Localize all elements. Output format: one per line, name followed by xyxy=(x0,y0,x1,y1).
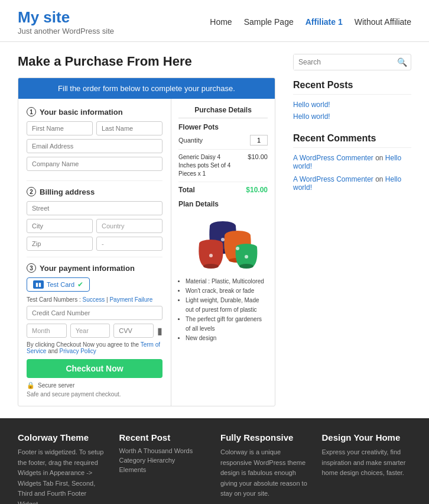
feature-4: The perfect gift for gardeners of all le… xyxy=(186,315,268,334)
footer-widget-1-title: Colorway Theme xyxy=(18,432,108,442)
plan-title: Plan Details xyxy=(178,200,268,208)
feature-2: Won't crack, break or fade xyxy=(186,286,268,296)
card-type-icon: ▮ xyxy=(157,324,162,338)
page-title: Make a Purchase From Here xyxy=(18,54,275,69)
svg-point-5 xyxy=(203,264,219,269)
section2-label: Billing address xyxy=(40,188,95,196)
privacy-link[interactable]: Privacy Policy xyxy=(60,348,96,354)
commenter-1[interactable]: A WordPress Commenter xyxy=(293,154,373,162)
svg-point-10 xyxy=(209,254,213,257)
feature-3: Light weight, Durable, Made out of pures… xyxy=(186,296,268,315)
footer-widget-3-text: Colorway is a unique responsive WordPres… xyxy=(220,447,310,499)
recent-post-1[interactable]: Hello world! xyxy=(293,101,411,109)
footer-widget-4-text: Express your creativity, find inspiratio… xyxy=(322,447,412,479)
search-button[interactable]: 🔍 xyxy=(394,57,411,67)
comment-on-2: on xyxy=(375,175,385,183)
svg-point-11 xyxy=(245,255,248,259)
footer-widget-1-text: Footer is widgetized. To setup the foote… xyxy=(18,447,108,504)
section3-heading: 3 Your payment information xyxy=(27,263,162,273)
city-input[interactable] xyxy=(27,219,93,233)
recent-posts-title: Recent Posts xyxy=(293,80,411,95)
section2-heading: 2 Billing address xyxy=(27,187,162,196)
footer-widget-1: Colorway Theme Footer is widgetized. To … xyxy=(18,432,108,504)
test-card-text: Test Card Numbers : xyxy=(27,296,81,303)
footer-widget-3-title: Fully Responsive xyxy=(220,432,310,442)
divider1 xyxy=(27,180,162,181)
product-name: Flower Pots xyxy=(178,123,268,131)
order-right: Purchase Details Flower Pots Quantity Ge… xyxy=(171,99,275,406)
footer-post-link-1[interactable]: Worth A Thousand Words xyxy=(119,447,209,454)
footer-widget-2-title: Recent Post xyxy=(119,432,209,442)
lock-icon: 🔒 xyxy=(27,382,35,389)
section1-num: 1 xyxy=(27,107,36,117)
sidebar: 🔍 Recent Posts Hello world! Hello world!… xyxy=(293,54,411,406)
main-container: Make a Purchase From Here Fill the order… xyxy=(0,42,429,418)
year-select[interactable]: Year xyxy=(70,324,110,338)
content-area: Make a Purchase From Here Fill the order… xyxy=(18,54,275,406)
zip-input[interactable] xyxy=(27,237,93,251)
company-input[interactable] xyxy=(27,157,162,171)
section2-num: 2 xyxy=(27,187,36,196)
comment-2: A WordPress Commenter on Hello world! xyxy=(293,175,411,192)
section3-label: Your payment information xyxy=(40,264,135,273)
street-input[interactable] xyxy=(27,201,162,215)
last-name-input[interactable] xyxy=(96,121,162,135)
search-input[interactable] xyxy=(294,54,394,70)
test-card-info: Test Card Numbers : Success | Payment Fa… xyxy=(27,296,162,303)
svg-point-7 xyxy=(239,264,254,269)
first-name-input[interactable] xyxy=(27,121,93,135)
footer-widget-4: Design Your Home Express your creativity… xyxy=(322,432,412,504)
footer-widget-3: Fully Responsive Colorway is a unique re… xyxy=(220,432,310,504)
terms-text: By clicking Checkout Now you agree to th… xyxy=(27,341,162,354)
nav-sample-page[interactable]: Sample Page xyxy=(244,17,294,27)
checkout-button[interactable]: Checkout Now xyxy=(27,359,162,378)
footer-widgets: Colorway Theme Footer is widgetized. To … xyxy=(0,418,429,504)
order-header-text: Fill the order form below to complete yo… xyxy=(58,84,235,93)
comment-on-1: on xyxy=(375,154,385,162)
section3-num: 3 xyxy=(27,263,36,273)
section1-heading: 1 Your basic information xyxy=(27,107,162,117)
payment-expiry-row: Month Year ▮ xyxy=(27,324,162,338)
order-container: Fill the order form below to complete yo… xyxy=(18,77,275,406)
quantity-row: Quantity xyxy=(178,135,268,150)
product-price: $10.00 xyxy=(248,153,268,178)
secure-subtext: Safe and secure payment checkout. xyxy=(27,391,162,398)
email-input[interactable] xyxy=(27,139,162,153)
month-select[interactable]: Month xyxy=(27,324,67,338)
nav-affiliate1[interactable]: Affiliate 1 xyxy=(306,17,343,27)
comment-1: A WordPress Commenter on Hello world! xyxy=(293,154,411,170)
divider2 xyxy=(27,257,162,257)
recent-post-2[interactable]: Hello world! xyxy=(293,112,411,121)
card-label: Test Card xyxy=(47,281,74,288)
footer-post-link-2[interactable]: Category Hierarchy xyxy=(119,457,209,464)
nav-without-affiliate[interactable]: Without Affiliate xyxy=(355,17,411,27)
test-failure-link[interactable]: Payment Failure xyxy=(109,296,152,303)
city-country-row: Country United States xyxy=(27,219,162,233)
product-features: Material : Plastic, Multicolored Won't c… xyxy=(178,277,268,343)
search-box: 🔍 xyxy=(293,54,411,70)
commenter-2[interactable]: A WordPress Commenter xyxy=(293,175,373,183)
card-method-button[interactable]: ▮▮ Test Card ✔ xyxy=(27,277,90,292)
site-branding: My site Just another WordPress site xyxy=(18,8,114,35)
terms-prefix: By clicking Checkout Now you agree to th… xyxy=(27,341,139,348)
check-icon: ✔ xyxy=(77,280,83,289)
test-success-link[interactable]: Success xyxy=(82,296,105,303)
zip-row: - xyxy=(27,237,162,251)
country-select[interactable]: Country United States xyxy=(96,219,162,233)
cvv-input[interactable] xyxy=(113,324,154,338)
purchase-title: Purchase Details xyxy=(178,106,268,118)
svg-point-9 xyxy=(236,247,239,250)
nav-home[interactable]: Home xyxy=(210,17,232,27)
site-name: My site xyxy=(18,8,114,27)
cc-number-input[interactable] xyxy=(27,306,162,320)
svg-point-8 xyxy=(221,238,225,241)
secure-label: Secure server xyxy=(38,382,74,389)
order-header: Fill the order form below to complete yo… xyxy=(18,78,275,99)
product-line: Generic Daisy 4 Inches pots Set of 4 Pie… xyxy=(178,153,238,178)
zip-select[interactable]: - xyxy=(96,237,162,251)
section1-label: Your basic information xyxy=(40,108,123,117)
footer-post-link-3[interactable]: Elements xyxy=(119,466,209,473)
total-label: Total xyxy=(178,186,195,194)
footer-widget-2: Recent Post Worth A Thousand Words Categ… xyxy=(119,432,209,504)
quantity-input[interactable] xyxy=(250,135,268,146)
